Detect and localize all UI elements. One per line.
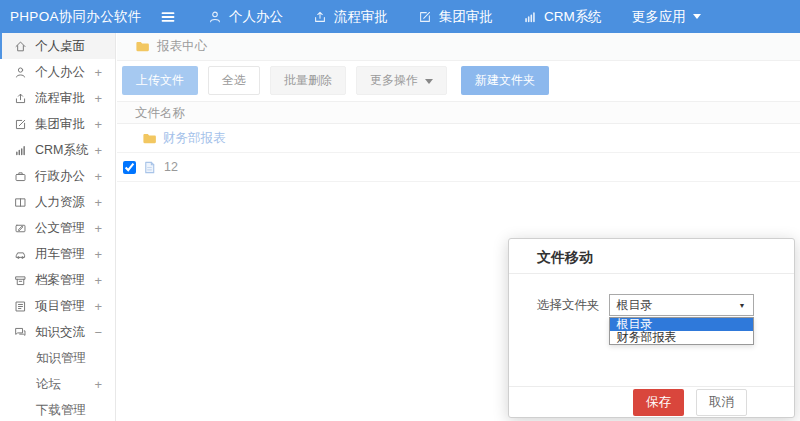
option-finance-reports[interactable]: 财务部报表 <box>610 331 753 344</box>
topbar: PHPOA协同办公软件 个人办公 流程审批 集团审批 CRM系统 <box>0 0 800 33</box>
batch-delete-button[interactable]: 批量删除 <box>270 66 346 95</box>
toolbar: 上传文件 全选 批量删除 更多操作 新建文件夹 <box>117 61 800 101</box>
bar-chart-icon <box>523 10 537 24</box>
sidebar-item-group-approval[interactable]: 集团审批 + <box>0 111 115 137</box>
caret-down-icon <box>425 79 433 84</box>
new-folder-button[interactable]: 新建文件夹 <box>461 66 549 95</box>
sidebar-item-knowledge-exchange[interactable]: 知识交流 − <box>0 319 115 345</box>
expand-plus-icon[interactable]: + <box>94 221 102 236</box>
folder-select-dropdown: 根目录 财务部报表 <box>609 317 754 345</box>
expand-plus-icon[interactable]: + <box>94 247 102 262</box>
caret-down-icon <box>693 14 701 19</box>
sidebar-item-admin-office[interactable]: 行政办公 + <box>0 163 115 189</box>
folder-select-value: 根目录 <box>617 297 653 314</box>
folder-name-link[interactable]: 财务部报表 <box>163 130 226 147</box>
sidebar-item-document-mgmt[interactable]: 公文管理 + <box>0 215 115 241</box>
folder-select[interactable]: 根目录 ▼ <box>609 294 754 316</box>
sidebar-item-desktop[interactable]: 个人桌面 <box>0 33 115 59</box>
select-folder-label: 选择文件夹 <box>537 297 600 314</box>
topnav-more-apps[interactable]: 更多应用 <box>632 8 701 26</box>
caret-down-icon: ▼ <box>739 302 746 309</box>
sidebar-item-vehicle-mgmt[interactable]: 用车管理 + <box>0 241 115 267</box>
sidebar-subitem-forum[interactable]: 论坛 + <box>0 371 115 397</box>
clipboard-icon <box>14 300 27 313</box>
more-actions-button[interactable]: 更多操作 <box>356 66 447 95</box>
sidebar-item-project-mgmt[interactable]: 项目管理 + <box>0 293 115 319</box>
sidebar-item-crm[interactable]: CRM系统 + <box>0 137 115 163</box>
book-icon <box>14 196 27 209</box>
expand-plus-icon[interactable]: + <box>94 273 102 288</box>
table-row-folder[interactable]: 财务部报表 <box>117 124 800 153</box>
sidebar-item-personal-office[interactable]: 个人办公 + <box>0 59 115 85</box>
upload-file-button[interactable]: 上传文件 <box>122 66 198 95</box>
row-checkbox[interactable] <box>123 161 136 174</box>
edit-icon <box>418 10 432 24</box>
edit-icon <box>14 118 27 131</box>
expand-plus-icon[interactable]: + <box>94 91 102 106</box>
user-icon <box>14 66 27 79</box>
folder-icon <box>135 39 150 54</box>
process-icon <box>14 92 27 105</box>
folder-icon <box>142 131 157 146</box>
sidebar-item-archive-mgmt[interactable]: 档案管理 + <box>0 267 115 293</box>
sidebar-subitem-knowledge-mgmt[interactable]: 知识管理 <box>0 345 115 371</box>
collapse-minus-icon[interactable]: − <box>94 325 102 340</box>
topnav-crm[interactable]: CRM系统 <box>523 8 602 26</box>
home-icon <box>14 40 27 53</box>
dialog-footer: 保存 取消 <box>509 386 794 417</box>
bar-chart-icon <box>14 144 27 157</box>
expand-plus-icon[interactable]: + <box>94 117 102 132</box>
expand-plus-icon[interactable]: + <box>94 299 102 314</box>
expand-plus-icon[interactable]: + <box>94 65 102 80</box>
cancel-button[interactable]: 取消 <box>696 389 747 416</box>
car-icon <box>14 248 27 261</box>
topnav-personal-office[interactable]: 个人办公 <box>208 8 283 26</box>
dialog-body: 选择文件夹 根目录 ▼ 根目录 财务部报表 <box>509 274 794 387</box>
topnav-group-approval[interactable]: 集团审批 <box>418 8 493 26</box>
topnav-workflow-approval[interactable]: 流程审批 <box>313 8 388 26</box>
table-header-file-name: 文件名称 <box>117 101 800 124</box>
breadcrumb: 报表中心 <box>117 33 800 61</box>
sidebar-subitem-download-mgmt[interactable]: 下载管理 <box>0 397 115 421</box>
sidebar-item-workflow-approval[interactable]: 流程审批 + <box>0 85 115 111</box>
expand-plus-icon[interactable]: + <box>94 143 102 158</box>
menu-icon[interactable] <box>160 9 176 25</box>
sidebar: 个人桌面 个人办公 + 流程审批 + 集团审批 + CRM系统 + 行政办公 + <box>0 33 116 421</box>
app-logo: PHPOA协同办公软件 <box>0 8 148 26</box>
expand-plus-icon[interactable]: + <box>94 377 102 392</box>
archive-icon <box>14 274 27 287</box>
file-icon <box>142 160 157 175</box>
top-nav: 个人办公 流程审批 集团审批 CRM系统 更多应用 <box>208 8 701 26</box>
briefcase-icon <box>14 170 27 183</box>
sidebar-item-hr[interactable]: 人力资源 + <box>0 189 115 215</box>
move-file-dialog: 文件移动 选择文件夹 根目录 ▼ 根目录 财务部报表 保存 取消 <box>508 238 795 418</box>
process-icon <box>313 10 327 24</box>
table-row-file[interactable]: 12 <box>117 153 800 182</box>
user-icon <box>208 10 222 24</box>
document-pen-icon <box>14 222 27 235</box>
expand-plus-icon[interactable]: + <box>94 169 102 184</box>
chat-icon <box>14 326 27 339</box>
select-all-button[interactable]: 全选 <box>208 66 260 95</box>
file-name-label[interactable]: 12 <box>164 160 178 174</box>
expand-plus-icon[interactable]: + <box>94 195 102 210</box>
breadcrumb-label: 报表中心 <box>157 38 207 55</box>
dialog-title: 文件移动 <box>509 239 794 274</box>
save-button[interactable]: 保存 <box>633 389 684 416</box>
